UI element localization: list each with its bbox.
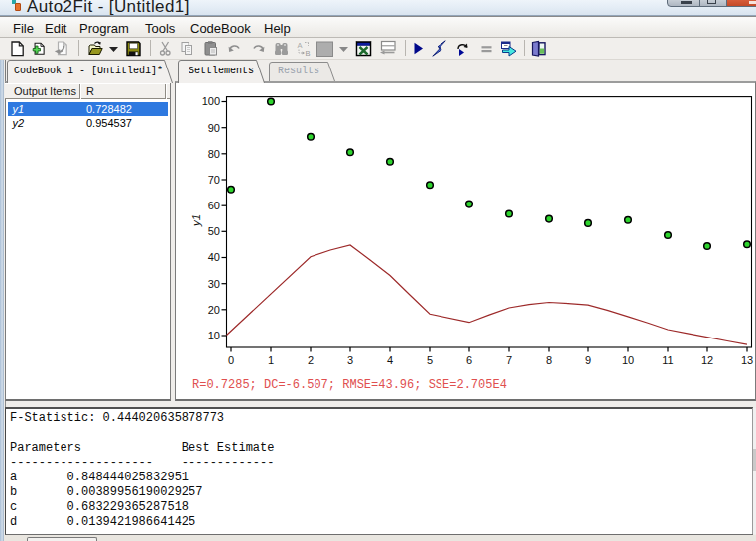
svg-text:0: 0 xyxy=(228,354,234,366)
svg-text:13: 13 xyxy=(741,354,753,366)
svg-text:60: 60 xyxy=(208,200,220,211)
svg-text:9: 9 xyxy=(585,354,591,366)
svg-text:100: 100 xyxy=(202,95,220,107)
svg-text:A: A xyxy=(298,41,303,50)
svg-text:2: 2 xyxy=(308,354,314,366)
svg-text:5: 5 xyxy=(427,354,433,366)
svg-text:B: B xyxy=(306,49,311,58)
svg-text:90: 90 xyxy=(208,122,220,134)
svg-text:6: 6 xyxy=(466,354,472,366)
svg-text:y1: y1 xyxy=(190,214,202,227)
svg-text:30: 30 xyxy=(208,278,220,290)
svg-text:12: 12 xyxy=(701,354,713,366)
svg-text:4: 4 xyxy=(387,354,393,366)
svg-text:10: 10 xyxy=(622,354,634,366)
svg-text:20: 20 xyxy=(208,304,220,316)
svg-text:10: 10 xyxy=(208,330,220,341)
svg-text:80: 80 xyxy=(208,148,220,160)
svg-text:11: 11 xyxy=(662,354,673,366)
svg-text:8: 8 xyxy=(546,354,552,366)
svg-text:50: 50 xyxy=(208,225,220,237)
svg-text:1: 1 xyxy=(268,354,274,366)
svg-text:3: 3 xyxy=(347,354,353,366)
svg-text:40: 40 xyxy=(208,251,220,263)
svg-text:7: 7 xyxy=(506,354,512,366)
svg-text:R=0.7285; DC=-6.507; RMSE=43.9: R=0.7285; DC=-6.507; RMSE=43.96; SSE=2.7… xyxy=(192,378,507,392)
svg-text:70: 70 xyxy=(208,174,220,186)
